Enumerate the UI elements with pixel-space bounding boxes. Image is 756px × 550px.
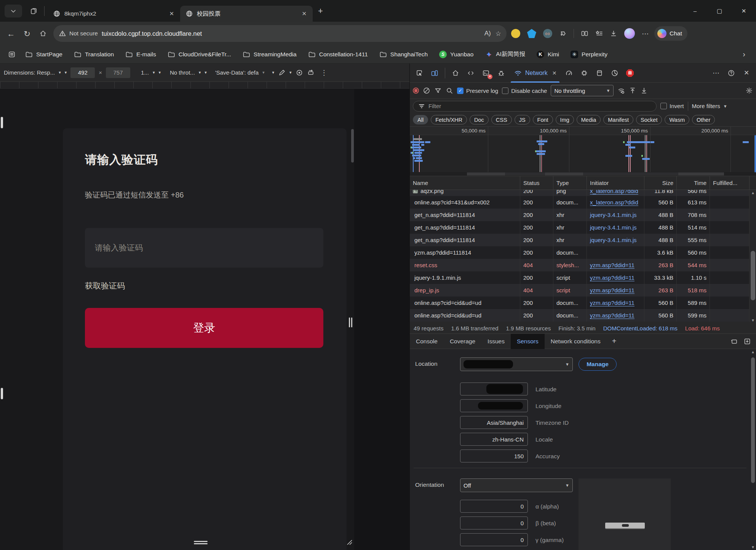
table-row[interactable]: online.asp?cid=431&ud=x002200docum...x_l… bbox=[410, 196, 750, 209]
chevron-down-icon[interactable]: ▾ bbox=[272, 70, 275, 75]
get-code-link[interactable]: 获取验证码 bbox=[85, 281, 125, 291]
initiator-link[interactable]: x_lateron.asp?ddid bbox=[590, 199, 638, 206]
sensors-scrollbar[interactable]: ▲ ▼ bbox=[750, 349, 756, 550]
table-row[interactable]: aqzx.png200pngx_lateron.asp?ddid11.8 kB5… bbox=[410, 190, 750, 196]
reload-button[interactable]: ↻ bbox=[19, 26, 35, 41]
device-toolbar-menu-button[interactable]: ⋮ bbox=[321, 69, 328, 76]
rotate-device-icon[interactable] bbox=[307, 69, 315, 77]
column-header-type[interactable]: Type bbox=[553, 176, 587, 190]
orientation-input-0[interactable]: 0 bbox=[460, 500, 528, 513]
login-button[interactable]: 登录 bbox=[85, 308, 323, 348]
chip-wasm[interactable]: Wasm bbox=[665, 115, 689, 124]
console-panel-button[interactable]: ✕ bbox=[479, 66, 493, 80]
column-header-fulfilled[interactable]: Fulfilled... bbox=[710, 176, 750, 190]
table-row[interactable]: reset.css404stylesh...yzm.asp?ddid=11263… bbox=[410, 259, 750, 271]
bookmark-item-constellation-1411[interactable]: Constellation-1411 bbox=[308, 51, 368, 58]
network-conditions-icon[interactable] bbox=[617, 87, 625, 94]
preserve-log-checkbox[interactable]: ✓Preserve log bbox=[457, 88, 498, 94]
pen-icon[interactable] bbox=[278, 69, 286, 77]
devtools-home-button[interactable] bbox=[448, 66, 463, 80]
drawer-tab-network-conditions[interactable]: Network conditions bbox=[545, 334, 607, 349]
filter-input[interactable]: Filter bbox=[413, 101, 657, 112]
page-scrollbar[interactable] bbox=[351, 129, 354, 163]
initiator-link[interactable]: jquery-3.4.1.min.js bbox=[590, 237, 637, 243]
table-row[interactable]: get_n.asp?ddid=111814200xhrjquery-3.4.1.… bbox=[410, 209, 750, 221]
home-button[interactable] bbox=[35, 26, 51, 41]
tab-search-button[interactable] bbox=[5, 5, 22, 18]
chip-img[interactable]: Img bbox=[556, 115, 574, 124]
column-header-initiator[interactable]: Initiator bbox=[587, 176, 644, 190]
usage-panel-button[interactable] bbox=[607, 66, 622, 80]
drawer-tab-console[interactable]: Console bbox=[410, 334, 444, 349]
favorite-star-icon[interactable]: ☆ bbox=[495, 30, 501, 38]
record-button[interactable] bbox=[413, 88, 419, 94]
chevron-down-icon[interactable]: ▾ bbox=[153, 70, 155, 75]
zoom-select[interactable]: 1... bbox=[141, 69, 149, 76]
help-button[interactable] bbox=[724, 66, 738, 80]
close-panel-icon[interactable]: ✕ bbox=[552, 70, 557, 76]
copilot-chat-button[interactable]: Chat bbox=[654, 26, 687, 41]
save-data-select[interactable]: 'Save-Data': defa bbox=[215, 69, 259, 76]
cell-initiator[interactable]: jquery-3.4.1.min.js bbox=[587, 234, 644, 246]
table-row[interactable]: yzm.asp?ddid=111814200docum...3.6 kB560 … bbox=[410, 246, 750, 259]
chevron-down-icon[interactable]: ▾ bbox=[59, 70, 61, 75]
elements-panel-button[interactable] bbox=[464, 66, 478, 80]
chevron-down-icon[interactable]: ▾ bbox=[262, 70, 265, 75]
cell-initiator[interactable]: jquery-3.4.1.min.js bbox=[587, 221, 644, 234]
cell-initiator[interactable]: yzm.asp?ddid=11 bbox=[587, 309, 644, 322]
clear-icon[interactable] bbox=[423, 87, 430, 94]
browser-menu-button[interactable]: ⋯ bbox=[642, 30, 649, 37]
initiator-link[interactable]: yzm.asp?ddid=11 bbox=[590, 287, 635, 293]
initiator-link[interactable]: yzm.asp?ddid=11 bbox=[590, 312, 635, 319]
tab-campus-vote[interactable]: 校园投票 ✕ bbox=[180, 6, 313, 22]
chip-css[interactable]: CSS bbox=[491, 115, 512, 124]
sensor-input-longitude[interactable] bbox=[460, 399, 528, 412]
workspaces-button[interactable] bbox=[26, 5, 41, 18]
extension-cat-icon[interactable] bbox=[511, 29, 520, 38]
orientation-preview[interactable] bbox=[579, 478, 671, 550]
edge-handle[interactable] bbox=[1, 117, 3, 128]
column-header-size[interactable]: Size bbox=[644, 176, 677, 190]
scroll-up-icon[interactable]: ▲ bbox=[750, 350, 756, 354]
sensor-input-timezone-id[interactable]: Asia/Shanghai bbox=[460, 416, 528, 429]
filter-funnel-icon[interactable] bbox=[434, 87, 442, 94]
chevron-down-icon[interactable]: ▾ bbox=[205, 70, 207, 75]
table-row[interactable]: get_n.asp?ddid=111814200xhrjquery-3.4.1.… bbox=[410, 234, 750, 246]
chevron-down-icon[interactable]: ▾ bbox=[65, 70, 67, 75]
eye-icon[interactable] bbox=[296, 69, 303, 77]
device-toolbar-toggle[interactable] bbox=[427, 66, 442, 80]
cell-initiator[interactable]: yzm.asp?ddid=11 bbox=[587, 297, 644, 309]
bookmark-item-e-mails[interactable]: E-mails bbox=[125, 51, 156, 58]
more-filters-button[interactable]: More filters▼ bbox=[692, 103, 727, 109]
bookmark-item-yuanbao[interactable]: SYuanbao bbox=[439, 51, 473, 58]
bookmark-item-streamingmedia[interactable]: StreamingMedia bbox=[243, 51, 297, 58]
favorites-bar-icon[interactable] bbox=[595, 30, 603, 37]
table-row[interactable]: jquery-1.9.1.min.js200scriptyzm.asp?ddid… bbox=[410, 271, 750, 284]
chevron-down-icon[interactable]: ▾ bbox=[158, 70, 161, 75]
add-drawer-tab-button[interactable]: + bbox=[607, 337, 622, 346]
edge-handle[interactable] bbox=[1, 388, 3, 399]
avatar[interactable] bbox=[624, 28, 635, 39]
sensor-input-accuracy[interactable]: 150 bbox=[460, 450, 528, 462]
manage-button[interactable]: Manage bbox=[579, 358, 617, 371]
orientation-input-1[interactable]: 0 bbox=[460, 517, 528, 529]
column-header-status[interactable]: Status bbox=[520, 176, 553, 190]
debugger-panel-button[interactable] bbox=[494, 66, 508, 80]
bookmarks-overflow-button[interactable]: › bbox=[743, 50, 745, 59]
throttling-select[interactable]: No throttling▼ bbox=[551, 85, 614, 96]
scroll-down-icon[interactable]: ▼ bbox=[750, 545, 756, 549]
network-panel-tab[interactable]: Network ✕ bbox=[509, 64, 561, 83]
viewport-width-handle[interactable] bbox=[348, 316, 353, 329]
drawer-tab-coverage[interactable]: Coverage bbox=[444, 334, 481, 349]
bookmark-item-perplexity[interactable]: ✳Perplexity bbox=[571, 51, 607, 58]
invert-checkbox[interactable]: Invert bbox=[660, 103, 684, 109]
viewport-height-handle[interactable] bbox=[192, 540, 209, 545]
viewport-corner-handle[interactable] bbox=[346, 539, 353, 545]
tab-close-icon[interactable]: ✕ bbox=[299, 10, 309, 18]
column-header-time[interactable]: Time bbox=[677, 176, 710, 190]
initiator-link[interactable]: yzm.asp?ddid=11 bbox=[590, 300, 635, 306]
table-row[interactable]: online.asp?cid=cid&ud=ud200docum...yzm.a… bbox=[410, 297, 750, 309]
read-aloud-button[interactable]: A) bbox=[484, 30, 491, 37]
initiator-link[interactable]: yzm.asp?ddid=11 bbox=[590, 274, 635, 281]
bookmark-item-ai-[interactable]: ✦AI新闻简报 bbox=[485, 50, 525, 58]
